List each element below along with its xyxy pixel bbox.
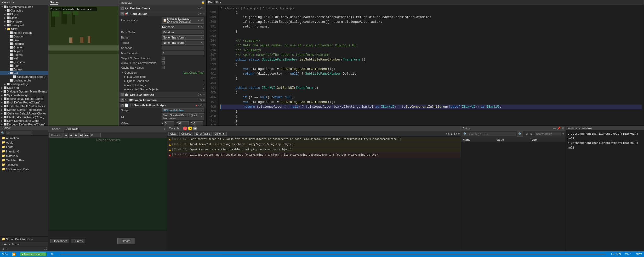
hierarchy-item[interactable]: ⬜Dorogon xyxy=(0,35,48,38)
skip-checkbox[interactable] xyxy=(162,57,165,60)
bark-info-icon[interactable]: ? xyxy=(198,12,200,15)
hierarchy-item[interactable]: ⬜Neema xyxy=(0,53,48,57)
condition-header[interactable]: ▼ Condition (Last Check: True) xyxy=(119,70,206,75)
hierarchy-item[interactable]: ▼📁NPCs xyxy=(0,27,48,31)
autos-search-input[interactable] xyxy=(468,133,515,136)
preview-label[interactable]: Preview xyxy=(49,133,62,138)
ui-dropdown[interactable]: Basic Standard Bark UI (Rect Transform) … xyxy=(162,113,204,120)
play-btn[interactable]: ▶ xyxy=(74,133,79,138)
ui-smooth-follow-enabled[interactable]: ✓ xyxy=(121,104,124,107)
assets-folder-item[interactable]: 📁TextMesh Pro xyxy=(0,158,48,162)
hierarchy-item[interactable]: ▶⬜Dorogon-DefaultRoute(Clone) xyxy=(0,123,48,125)
play-next-btn[interactable]: ▶| xyxy=(79,133,84,138)
hierarchy-item[interactable]: ⬜Keyona xyxy=(0,49,48,53)
hierarchy-item[interactable]: ▶⬜Neema-DefaultRoute(Clone) xyxy=(0,108,48,112)
console-entry[interactable]: ▲ [08:47:51] DontDestroyOnLoad only work… xyxy=(167,137,461,142)
immediate-content[interactable]: t.GetComponentInChildren(typeof(IBarkUI)… xyxy=(566,131,644,251)
sound-pack-item[interactable]: 📁 Sound Pack for RP + xyxy=(0,236,48,242)
create-button[interactable]: Create xyxy=(117,238,135,244)
more-icon[interactable]: ≡ xyxy=(203,7,205,10)
hierarchy-item[interactable]: ▼⬜Rat xyxy=(0,71,48,75)
project-search[interactable] xyxy=(6,131,32,135)
curves-btn[interactable]: Curves xyxy=(71,239,85,243)
assets-folder-item[interactable]: 📁Fonts xyxy=(0,145,48,149)
component-bark-on-idle-enabled[interactable]: ✓ xyxy=(121,12,124,15)
lua-conditions-header[interactable]: ▶ Lua Conditions xyxy=(119,75,206,79)
offset-y-input[interactable] xyxy=(178,121,189,125)
component-position-saver-enabled[interactable]: ✓ xyxy=(121,7,124,10)
component-circle-collider-header[interactable]: ✓ ⬤ Circle Collider 2D ? ⚙ ≡ xyxy=(119,92,206,97)
hierarchy-item[interactable]: ⬜Errol xyxy=(0,38,48,42)
assets-folder-item[interactable]: 📁Inventory1 xyxy=(0,149,48,154)
autos-nav-prev[interactable]: ◀ xyxy=(524,132,528,136)
hierarchy-item[interactable]: ⬜Fredrich xyxy=(0,42,48,46)
prev-frame-btn[interactable]: |◀ xyxy=(64,133,68,138)
console-entry[interactable]: ▲ [08:47:53] Agent Reaper is starting di… xyxy=(167,147,461,153)
rat-barks-clear[interactable]: ✕ xyxy=(201,25,203,29)
hierarchy-item[interactable]: ▼⬜Obstacles xyxy=(0,9,48,12)
hierarchy-item[interactable]: ▶⬜Gholton-DefaultRoute(Clone) xyxy=(0,115,48,119)
editor-btn[interactable]: Editor ▼ xyxy=(213,132,227,136)
hierarchy-item[interactable]: ▶⬜Fredrich-DefaultRoute(Clone) xyxy=(0,104,48,108)
scene-menu-icon[interactable]: ≡ xyxy=(164,128,166,130)
usf-settings-icon[interactable]: ⚙ xyxy=(200,104,202,107)
accepted-tags-header[interactable]: ▶ Accepted Tags 0 xyxy=(119,83,206,87)
assets-folder-item[interactable]: 📁Animation xyxy=(0,136,48,140)
dotween-settings-icon[interactable]: ⚙ xyxy=(200,99,202,101)
code-content[interactable]: 3883893903913923933943953963973983994004… xyxy=(207,5,644,125)
lock-icon[interactable]: 🔒 xyxy=(201,1,205,4)
component-ui-smooth-follow-header[interactable]: ✓ 📄 UI Smooth Follow (Script) ● ? ⚙ ≡ xyxy=(119,103,206,108)
status-filter-icon[interactable]: 🔍 xyxy=(50,253,54,256)
add-scene-btn[interactable]: + xyxy=(6,247,10,251)
component-dotween-header[interactable]: ✓ ▷ DOTween Animation ? ⚙ ≡ xyxy=(119,97,206,102)
cc-info-icon[interactable]: ? xyxy=(198,93,200,96)
bark-more-icon[interactable]: ≡ xyxy=(203,12,205,15)
clear-btn[interactable]: Clear xyxy=(168,132,178,136)
hierarchy-item[interactable]: ⬜Zaness xyxy=(0,68,48,71)
hierarchy-item[interactable]: ▶⬜SystemsManager xyxy=(0,93,48,97)
assets-folder-item[interactable]: 📁Materials xyxy=(0,154,48,158)
autos-pin-icon[interactable]: 📌 xyxy=(557,127,561,130)
hierarchy-item[interactable]: ⬜Quinston xyxy=(0,60,48,64)
autos-min-icon[interactable]: — xyxy=(553,127,556,130)
hierarchy-item[interactable]: ▶⬜Errol-DefaultRoute(Clone) xyxy=(0,101,48,104)
settings-icon[interactable]: ⚙ xyxy=(200,7,202,10)
assets-folder-item[interactable]: 📁2D Renderer Data xyxy=(0,167,48,171)
hierarchy-item[interactable]: ▶⬜Handaxe xyxy=(0,20,48,23)
hierarchy-item[interactable]: ⬜Blaese-Pixson xyxy=(0,31,48,35)
console-entry[interactable]: ▲ [08:47:53] Agent GraveBot is starting … xyxy=(167,142,461,147)
game-panel-tab[interactable]: Game xyxy=(50,1,58,5)
hierarchy-item[interactable]: ⬜Undead mobs xyxy=(0,79,48,82)
target-dropdown[interactable]: None (Transform) ▼ xyxy=(162,41,204,45)
offset-z-input[interactable] xyxy=(192,121,203,125)
hierarchy-item[interactable]: ▶⬜Signs xyxy=(0,16,48,20)
allow-conversations-checkbox[interactable] xyxy=(162,61,165,64)
hierarchy-item[interactable]: ▼⬜EnvironmentSounds xyxy=(0,5,48,9)
autos-nav-next[interactable]: ▶ xyxy=(529,132,534,136)
depth-dropdown-arrow[interactable]: ▼ xyxy=(562,133,565,135)
rat-barks-dropdown[interactable]: Rat barks ▼ ✕ xyxy=(161,25,204,29)
autos-search-btn[interactable]: 🔍 xyxy=(517,132,523,136)
quest-conditions-header[interactable]: ▶ Quest Conditions 0 xyxy=(119,79,206,83)
info-icon[interactable]: ? xyxy=(198,7,200,10)
circle-collider-enabled[interactable]: ✓ xyxy=(121,93,124,96)
dopesheet-btn[interactable]: Dopesheet xyxy=(50,239,69,243)
bark-settings-icon[interactable]: ⚙ xyxy=(200,12,202,15)
usf-info-icon[interactable]: ? xyxy=(198,104,200,107)
dotween-info-icon[interactable]: ? xyxy=(198,99,200,101)
hierarchy-item[interactable]: ⬜Neil xyxy=(0,57,48,60)
project-btn[interactable]: ⚙ xyxy=(1,247,5,251)
hierarchy-item[interactable]: ▶⬜Dialogue System Scene Events xyxy=(0,90,48,93)
hierarchy-item[interactable]: ▶⬜Player xyxy=(0,12,48,16)
usf-more-icon[interactable]: ≡ xyxy=(203,104,205,107)
hierarchy-item[interactable]: ▶⬜Rem-DefaultRoute(Clone) xyxy=(0,119,48,123)
hierarchy-item[interactable]: ▶⬜Graveyard xyxy=(0,23,48,27)
offset-x-input[interactable] xyxy=(164,121,174,125)
hierarchy-item[interactable]: ▶⬜Data grid xyxy=(0,86,48,90)
cache-checkbox[interactable] xyxy=(162,66,165,69)
hierarchy-item[interactable]: ▶⬜starting-village xyxy=(0,82,48,86)
hierarchy-item[interactable]: ▶⬜Blaese-DefaultRoute(Clone) xyxy=(0,97,48,101)
barker-dropdown[interactable]: None (Transform) ▼ xyxy=(162,35,204,40)
assets-folder-item[interactable]: 📁Audio xyxy=(0,140,48,145)
cc-more-icon[interactable]: ≡ xyxy=(203,93,205,96)
